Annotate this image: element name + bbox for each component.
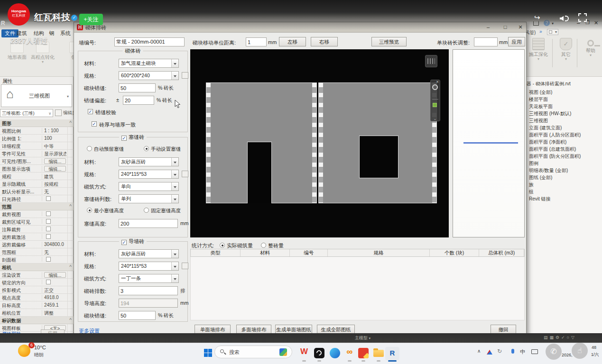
- browser-item[interactable]: 立面 (建筑立面): [529, 125, 562, 131]
- channel-logo[interactable]: Hongwa 红瓦科技: [8, 3, 30, 26]
- collapse-icon[interactable]: ^: [69, 318, 72, 323]
- ribbon-panel-3[interactable]: 帮助▾: [579, 38, 602, 57]
- property-section-3[interactable]: 相机^: [0, 264, 74, 271]
- browser-item[interactable]: 面积平面 (人防分区面积): [529, 132, 581, 138]
- property-edit-button[interactable]: 编辑...: [44, 272, 66, 278]
- checkbox[interactable]: [46, 257, 51, 262]
- chevron-down-icon[interactable]: ▾: [527, 58, 550, 61]
- display-icon[interactable]: [531, 349, 538, 354]
- property-value[interactable]: [42, 196, 66, 201]
- wall-number-input[interactable]: [114, 37, 185, 46]
- field-checkbox[interactable]: ✓: [88, 109, 93, 114]
- chevron-down-icon[interactable]: ⌄: [434, 117, 436, 121]
- browser-item[interactable]: 视图 (全部): [529, 89, 552, 96]
- steering-wheel-icon[interactable]: [432, 84, 438, 90]
- ribbon-tab-5[interactable]: 系统: [60, 29, 71, 37]
- move-left-button[interactable]: 左移: [279, 37, 306, 46]
- property-section-2[interactable]: 范围^: [0, 203, 74, 210]
- thumbs-up-button[interactable]: ☝: [572, 343, 588, 359]
- extra-button[interactable]: [182, 72, 188, 79]
- field-select[interactable]: 灰砂蒸压砖: [119, 157, 179, 166]
- property-value[interactable]: 编辑...: [42, 272, 66, 278]
- app-black-icon[interactable]: [313, 347, 325, 359]
- chevron-down-icon[interactable]: [171, 72, 178, 80]
- chevron-down-icon[interactable]: ▾: [554, 58, 578, 61]
- browser-item[interactable]: 图例: [529, 160, 538, 167]
- field-select[interactable]: 240*115*53: [119, 262, 179, 271]
- start-button[interactable]: [204, 349, 212, 357]
- stats-whole-label[interactable]: 整砖量: [268, 242, 284, 249]
- ime-indicator[interactable]: 中: [520, 348, 525, 355]
- field-select[interactable]: 一丁一条: [119, 274, 179, 283]
- chevron-down-icon[interactable]: [171, 59, 178, 67]
- footer-button-2[interactable]: 多面墙排布: [236, 325, 271, 334]
- property-edit-button[interactable]: 编辑...: [44, 158, 66, 164]
- field-select[interactable]: 600*200*240: [119, 71, 179, 80]
- video-call-button[interactable]: ✆: [546, 344, 562, 360]
- group-checkbox[interactable]: ✓: [121, 240, 127, 245]
- property-section-1[interactable]: 图形^: [0, 119, 74, 127]
- browser-item[interactable]: 图纸 (全部): [529, 174, 552, 181]
- field-input[interactable]: [123, 96, 154, 105]
- field-select[interactable]: 加气混凝土砌块: [119, 59, 179, 68]
- field-input[interactable]: [119, 219, 178, 228]
- property-value[interactable]: [42, 280, 66, 284]
- adjust-length-input[interactable]: [474, 37, 498, 46]
- adjust-apply-button[interactable]: 应用: [508, 37, 525, 46]
- property-section-4[interactable]: 标识数据^: [0, 317, 74, 324]
- app-red-icon[interactable]: [357, 347, 370, 359]
- property-value[interactable]: [42, 234, 66, 239]
- property-value[interactable]: [42, 219, 66, 224]
- navigation-bar[interactable]: ✕ ⌄: [430, 80, 440, 121]
- wall-right[interactable]: [318, 82, 437, 203]
- extra-button[interactable]: [182, 263, 188, 269]
- microphone-icon[interactable]: [511, 349, 514, 354]
- property-value[interactable]: [42, 227, 66, 231]
- footer-button-3[interactable]: 生成单面墙图纸: [275, 325, 312, 334]
- close-icon[interactable]: ✕: [436, 80, 439, 84]
- browser-item[interactable]: 三维视图 (HW-默认): [529, 110, 571, 117]
- chevron-down-icon[interactable]: [171, 182, 178, 191]
- browser-item[interactable]: 天花板平面: [529, 103, 553, 110]
- field-radio-label[interactable]: 最小塞缝高度: [94, 208, 124, 214]
- field-select[interactable]: 灰砂蒸压砖: [119, 249, 179, 258]
- property-edit-button[interactable]: 编辑...: [44, 166, 66, 172]
- channel-name[interactable]: 红瓦科技: [34, 11, 70, 24]
- chevron-down-icon[interactable]: ▾: [579, 54, 602, 57]
- checkbox[interactable]: [46, 234, 51, 239]
- collapse-icon[interactable]: ^: [69, 120, 72, 126]
- app-infinity-icon[interactable]: ∞: [343, 347, 356, 359]
- chevron-down-icon[interactable]: [171, 195, 178, 203]
- field-radio[interactable]: [144, 146, 149, 151]
- field-radio[interactable]: [87, 146, 92, 151]
- field-select[interactable]: 单向: [119, 182, 179, 191]
- footer-button-4[interactable]: 生成全部图纸: [317, 325, 355, 334]
- move-distance-input[interactable]: [246, 37, 267, 46]
- checkbox[interactable]: [46, 211, 51, 216]
- field-input[interactable]: [119, 299, 178, 308]
- follow-button[interactable]: +关注: [79, 14, 103, 25]
- type-selector[interactable]: ⌂ 三维视图 ▾: [1, 84, 72, 107]
- property-value[interactable]: 编辑...: [42, 166, 66, 172]
- browser-item[interactable]: 面积平面 (净面积): [529, 139, 566, 146]
- browser-item[interactable]: 楼层平面: [529, 96, 548, 103]
- field-input[interactable]: [119, 286, 178, 295]
- share-icon[interactable]: ↪: [534, 13, 540, 22]
- checkbox[interactable]: [46, 219, 51, 224]
- view-selector[interactable]: 三维视图: (三维)∨: [0, 109, 53, 117]
- field-radio[interactable]: [144, 208, 149, 213]
- field-input[interactable]: [119, 83, 156, 92]
- browser-item[interactable]: 明细表/数量 (全部): [529, 167, 568, 174]
- field-radio-label[interactable]: 自动预留塞缝: [94, 146, 124, 153]
- chevron-down-icon[interactable]: [171, 170, 178, 178]
- edit-type-icon[interactable]: [55, 109, 62, 116]
- stats-actual-radio[interactable]: [220, 243, 225, 248]
- wps-icon[interactable]: W: [298, 347, 310, 359]
- undo-button[interactable]: 撤回: [491, 325, 516, 334]
- search-highlight-icon[interactable]: [279, 348, 287, 356]
- checkbox[interactable]: [46, 196, 51, 201]
- field-radio-label[interactable]: 固定塞缝高度: [151, 208, 181, 214]
- stats-actual-label[interactable]: 实际砌筑量: [227, 242, 253, 249]
- property-value[interactable]: [42, 211, 66, 216]
- fullscreen-icon[interactable]: [578, 13, 587, 22]
